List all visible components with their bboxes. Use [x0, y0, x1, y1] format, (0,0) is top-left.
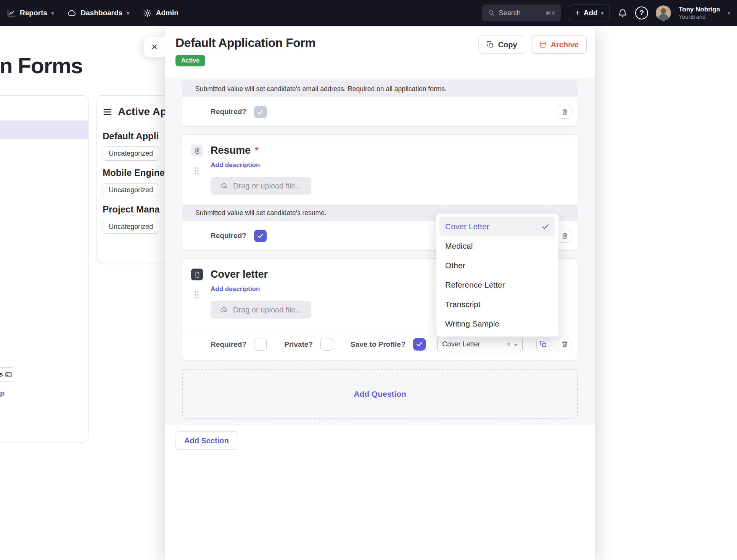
id-card-icon [5, 371, 12, 378]
nav-right: Search ⌘K + Add ▾ ? Tony Nobriga YourBra… [482, 5, 730, 21]
dropdown-option-cover-letter[interactable]: Cover Letter [439, 217, 555, 236]
email-required-checkbox [254, 106, 267, 118]
nav-label-dashboards: Dashboards [80, 9, 122, 17]
page-title: n Forms [0, 53, 82, 78]
chevron-down-icon: ▾ [127, 11, 129, 16]
copy-icon [540, 341, 547, 348]
email-required-row: Required? [182, 97, 578, 126]
dropdown-option-reference-letter[interactable]: Reference Letter [436, 275, 558, 294]
nav-item-dashboards[interactable]: Dashboards ▾ [68, 9, 129, 18]
profile-field-select[interactable]: Cover Letter × ▾ [437, 336, 523, 352]
clear-selection-icon[interactable]: × [507, 340, 511, 348]
private-label: Private? [284, 340, 313, 349]
required-label: Required? [211, 232, 246, 240]
cloud-icon [68, 9, 76, 18]
add-description-link[interactable]: Add description [211, 285, 260, 293]
archive-icon [539, 41, 547, 48]
add-description-link[interactable]: Add description [211, 161, 260, 169]
upload-cloud-icon [220, 306, 228, 314]
user-org: YourBrand [679, 13, 720, 21]
cover-letter-upload-button[interactable]: Drag or upload file... [211, 301, 311, 319]
question-card-email: Submitted value will set candidate's ema… [182, 80, 578, 127]
top-nav: Reports ▾ Dashboards ▾ Admin [0, 0, 737, 26]
upload-cloud-icon [220, 182, 228, 190]
status-badge: Active [175, 55, 205, 66]
check-icon [257, 232, 264, 240]
search-shortcut: ⌘K [545, 10, 555, 17]
app-root: Reports ▾ Dashboards ▾ Admin [0, 0, 737, 560]
gear-icon [143, 9, 152, 18]
application-form-modal: Default Application Form Active Copy Arc… [165, 27, 595, 560]
save-to-profile-label: Save to Profile? [351, 340, 406, 349]
add-question-button[interactable]: Add Question [182, 369, 578, 419]
add-section-button[interactable]: Add Section [175, 431, 238, 450]
line-chart-icon [7, 9, 16, 18]
delete-question-button[interactable] [558, 229, 571, 243]
active-forms-title: Active Ap [118, 106, 167, 118]
partial-link-box[interactable]: s [0, 367, 15, 382]
avatar[interactable] [656, 5, 671, 21]
header-actions: Copy Archive [478, 35, 587, 54]
delete-question-button[interactable] [558, 105, 571, 119]
file-icon [191, 145, 203, 156]
dropdown-option-transcript[interactable]: Transcript [436, 294, 558, 314]
resume-title-row: Resume * [211, 145, 568, 156]
modal-header: Default Application Form Active Copy Arc… [165, 27, 595, 78]
upload-button-label: Drag or upload file... [233, 306, 302, 314]
trash-icon [561, 108, 568, 116]
copy-icon [486, 41, 494, 48]
category-chip: Uncategorized [103, 183, 159, 197]
chevron-down-icon: ▾ [601, 11, 604, 16]
left-panel [0, 95, 89, 443]
question-title: Cover letter [211, 269, 268, 280]
user-name: Tony Nobriga [679, 5, 720, 13]
required-star: * [255, 145, 259, 156]
dropdown-option-medical[interactable]: Medical [436, 236, 558, 256]
check-icon [541, 222, 550, 231]
upload-button-label: Drag or upload file... [233, 182, 302, 190]
resume-upload-button[interactable]: Drag or upload file... [211, 177, 311, 195]
add-button[interactable]: + Add ▾ [569, 5, 610, 21]
chevron-down-icon: ▾ [515, 341, 517, 348]
dropdown-option-other[interactable]: Other [436, 256, 558, 275]
nav-left: Reports ▾ Dashboards ▾ Admin [7, 9, 179, 18]
trash-icon [561, 232, 568, 240]
selected-list-item[interactable] [0, 121, 88, 139]
archive-button-label: Archive [551, 40, 579, 49]
nav-item-reports[interactable]: Reports ▾ [7, 9, 54, 18]
add-button-label: Add [584, 9, 598, 17]
cover-private-checkbox[interactable] [320, 338, 333, 351]
help-icon[interactable]: ? [635, 6, 648, 19]
save-to-profile-checkbox[interactable] [413, 338, 426, 351]
nav-label-admin: Admin [156, 9, 179, 17]
close-button[interactable]: × [144, 37, 165, 57]
chevron-down-icon: ▾ [727, 11, 730, 16]
notifications-bell-icon[interactable] [618, 8, 628, 18]
copy-button[interactable]: Copy [478, 35, 525, 54]
nav-item-admin[interactable]: Admin [143, 9, 179, 18]
dropdown-option-writing-sample[interactable]: Writing Sample [436, 314, 558, 333]
drag-handle-icon[interactable] [194, 291, 199, 299]
resume-required-checkbox[interactable] [254, 230, 267, 242]
email-note: Submitted value will set candidate's ema… [182, 81, 578, 97]
hamburger-icon[interactable] [103, 107, 112, 117]
search-input[interactable]: Search ⌘K [482, 5, 561, 21]
plus-icon: + [575, 9, 580, 17]
delete-question-button[interactable] [558, 338, 571, 351]
duplicate-question-button[interactable] [536, 338, 550, 351]
required-label: Required? [211, 340, 246, 349]
document-icon [191, 269, 203, 280]
modal-footer: Add Section [165, 425, 595, 560]
check-icon [257, 108, 264, 116]
check-icon [416, 341, 423, 348]
cover-required-checkbox[interactable] [254, 338, 267, 351]
trash-icon [561, 341, 568, 348]
required-label: Required? [211, 108, 246, 116]
user-menu[interactable]: Tony Nobriga YourBrand [679, 5, 720, 21]
archive-button[interactable]: Archive [531, 35, 587, 54]
dropdown-option-label: Cover Letter [445, 222, 489, 231]
copy-button-label: Copy [498, 40, 517, 49]
partial-link-p[interactable]: p [0, 389, 5, 397]
category-chip: Uncategorized [103, 146, 159, 161]
drag-handle-icon[interactable] [194, 167, 199, 175]
